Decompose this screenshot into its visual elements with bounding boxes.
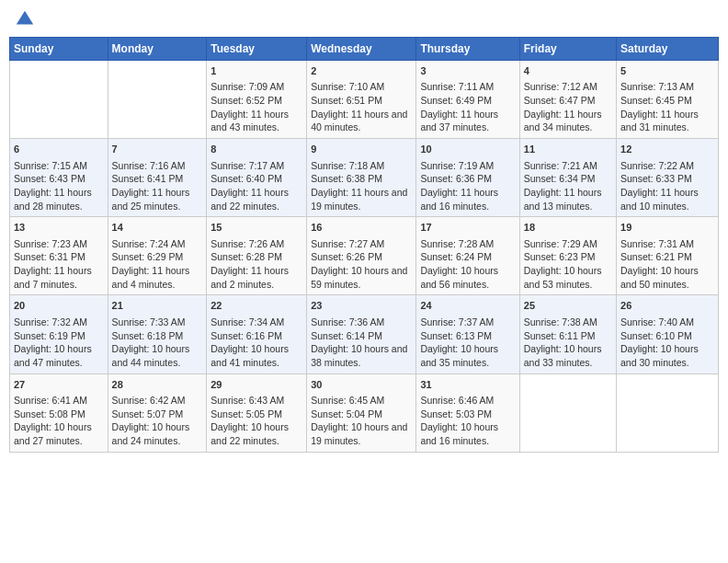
day-number: 18 [524, 221, 612, 235]
day-number: 31 [420, 378, 515, 392]
day-info: Daylight: 11 hours and 10 minutes. [620, 186, 714, 213]
day-info: Sunset: 5:03 PM [420, 408, 515, 421]
day-info: Sunrise: 6:42 AM [112, 394, 203, 408]
day-info: Daylight: 11 hours and 13 minutes. [524, 186, 612, 213]
day-number: 16 [311, 221, 412, 235]
calendar-cell: 15Sunrise: 7:26 AMSunset: 6:28 PMDayligh… [207, 217, 307, 295]
calendar-week-row: 1Sunrise: 7:09 AMSunset: 6:52 PMDaylight… [10, 61, 719, 139]
day-info: Daylight: 11 hours and 25 minutes. [112, 186, 203, 213]
calendar-cell: 7Sunrise: 7:16 AMSunset: 6:41 PMDaylight… [108, 139, 207, 217]
day-number: 27 [14, 378, 104, 392]
calendar-cell: 31Sunrise: 6:46 AMSunset: 5:03 PMDayligh… [416, 373, 519, 452]
day-info: Sunset: 6:29 PM [112, 250, 203, 264]
calendar-cell: 17Sunrise: 7:28 AMSunset: 6:24 PMDayligh… [416, 217, 519, 295]
day-info: Daylight: 10 hours and 47 minutes. [14, 342, 104, 369]
day-number: 15 [210, 221, 302, 235]
day-info: Sunrise: 7:18 AM [311, 159, 412, 173]
day-number: 11 [524, 143, 612, 156]
day-info: Sunset: 6:26 PM [311, 250, 412, 264]
weekday-header: Tuesday [207, 38, 307, 61]
day-info: Sunrise: 7:38 AM [524, 316, 612, 329]
calendar-cell [519, 373, 616, 452]
weekday-header: Saturday [617, 38, 719, 61]
day-info: Sunset: 6:40 PM [210, 172, 302, 186]
day-number: 28 [112, 378, 203, 392]
day-number: 14 [112, 221, 203, 235]
day-info: Sunset: 6:36 PM [420, 172, 515, 186]
day-info: Sunrise: 7:15 AM [14, 159, 104, 173]
calendar-cell: 18Sunrise: 7:29 AMSunset: 6:23 PMDayligh… [519, 217, 616, 295]
day-info: Sunrise: 6:41 AM [14, 394, 104, 408]
calendar-cell: 25Sunrise: 7:38 AMSunset: 6:11 PMDayligh… [519, 295, 616, 373]
day-info: Daylight: 11 hours and 19 minutes. [311, 186, 412, 213]
day-info: Sunset: 6:49 PM [420, 94, 515, 108]
day-info: Sunrise: 7:09 AM [210, 80, 302, 94]
day-info: Sunset: 6:21 PM [620, 250, 714, 264]
day-info: Sunset: 6:10 PM [620, 329, 714, 343]
day-info: Daylight: 10 hours and 56 minutes. [420, 264, 515, 291]
calendar-cell: 24Sunrise: 7:37 AMSunset: 6:13 PMDayligh… [416, 295, 519, 373]
day-info: Sunrise: 7:11 AM [420, 80, 515, 94]
day-number: 25 [524, 299, 612, 313]
day-info: Sunrise: 7:37 AM [420, 316, 515, 329]
day-info: Sunset: 6:28 PM [210, 250, 302, 264]
calendar-cell: 16Sunrise: 7:27 AMSunset: 6:26 PMDayligh… [307, 217, 416, 295]
calendar-cell: 13Sunrise: 7:23 AMSunset: 6:31 PMDayligh… [10, 217, 108, 295]
day-info: Sunrise: 7:40 AM [620, 316, 714, 329]
calendar-cell: 14Sunrise: 7:24 AMSunset: 6:29 PMDayligh… [108, 217, 207, 295]
day-number: 6 [14, 143, 104, 156]
calendar-header-row: SundayMondayTuesdayWednesdayThursdayFrid… [10, 38, 719, 61]
calendar-cell: 20Sunrise: 7:32 AMSunset: 6:19 PMDayligh… [10, 295, 108, 373]
weekday-header: Monday [108, 38, 207, 61]
weekday-header: Wednesday [307, 38, 416, 61]
calendar-cell: 6Sunrise: 7:15 AMSunset: 6:43 PMDaylight… [10, 139, 108, 217]
day-number: 26 [620, 299, 714, 313]
day-info: Daylight: 11 hours and 34 minutes. [524, 108, 612, 134]
day-info: Daylight: 10 hours and 41 minutes. [210, 342, 302, 369]
day-number: 17 [420, 221, 515, 235]
day-info: Sunrise: 7:19 AM [420, 159, 515, 173]
day-info: Daylight: 10 hours and 38 minutes. [311, 342, 412, 369]
day-info: Sunset: 6:52 PM [210, 94, 302, 108]
day-info: Sunrise: 7:28 AM [420, 237, 515, 251]
calendar-cell: 2Sunrise: 7:10 AMSunset: 6:51 PMDaylight… [307, 61, 416, 139]
day-info: Sunrise: 7:21 AM [524, 159, 612, 173]
day-info: Sunrise: 7:36 AM [311, 316, 412, 329]
day-info: Sunset: 6:41 PM [112, 172, 203, 186]
day-number: 29 [210, 378, 302, 392]
day-info: Sunrise: 7:23 AM [14, 237, 104, 251]
weekday-header: Thursday [416, 38, 519, 61]
calendar-cell: 22Sunrise: 7:34 AMSunset: 6:16 PMDayligh… [207, 295, 307, 373]
calendar-cell: 11Sunrise: 7:21 AMSunset: 6:34 PMDayligh… [519, 139, 616, 217]
calendar-cell: 26Sunrise: 7:40 AMSunset: 6:10 PMDayligh… [617, 295, 719, 373]
calendar-table: SundayMondayTuesdayWednesdayThursdayFrid… [9, 37, 719, 453]
day-info: Sunset: 5:04 PM [311, 408, 412, 421]
day-number: 10 [420, 143, 515, 156]
calendar-cell: 19Sunrise: 7:31 AMSunset: 6:21 PMDayligh… [617, 217, 719, 295]
day-number: 23 [311, 299, 412, 313]
day-info: Sunset: 6:13 PM [420, 329, 515, 343]
day-info: Sunset: 6:24 PM [420, 250, 515, 264]
calendar-week-row: 6Sunrise: 7:15 AMSunset: 6:43 PMDaylight… [10, 139, 719, 217]
day-number: 2 [311, 64, 412, 78]
calendar-cell: 28Sunrise: 6:42 AMSunset: 5:07 PMDayligh… [108, 373, 207, 452]
day-info: Daylight: 10 hours and 19 minutes. [311, 420, 412, 447]
calendar-week-row: 27Sunrise: 6:41 AMSunset: 5:08 PMDayligh… [10, 373, 719, 452]
day-info: Sunset: 6:45 PM [620, 94, 714, 108]
calendar-week-row: 13Sunrise: 7:23 AMSunset: 6:31 PMDayligh… [10, 217, 719, 295]
day-info: Sunset: 6:31 PM [14, 250, 104, 264]
day-info: Sunset: 5:08 PM [14, 408, 104, 421]
day-number: 3 [420, 64, 515, 78]
calendar-cell: 4Sunrise: 7:12 AMSunset: 6:47 PMDaylight… [519, 61, 616, 139]
day-number: 20 [14, 299, 104, 313]
day-info: Sunrise: 7:24 AM [112, 237, 203, 251]
day-info: Daylight: 10 hours and 59 minutes. [311, 264, 412, 291]
day-info: Sunset: 6:33 PM [620, 172, 714, 186]
day-info: Sunrise: 7:34 AM [210, 316, 302, 329]
page-header [9, 9, 719, 29]
day-info: Daylight: 11 hours and 4 minutes. [112, 264, 203, 291]
day-info: Sunset: 6:11 PM [524, 329, 612, 343]
day-info: Daylight: 11 hours and 43 minutes. [210, 108, 302, 134]
day-number: 19 [620, 221, 714, 235]
day-info: Sunset: 6:23 PM [524, 250, 612, 264]
